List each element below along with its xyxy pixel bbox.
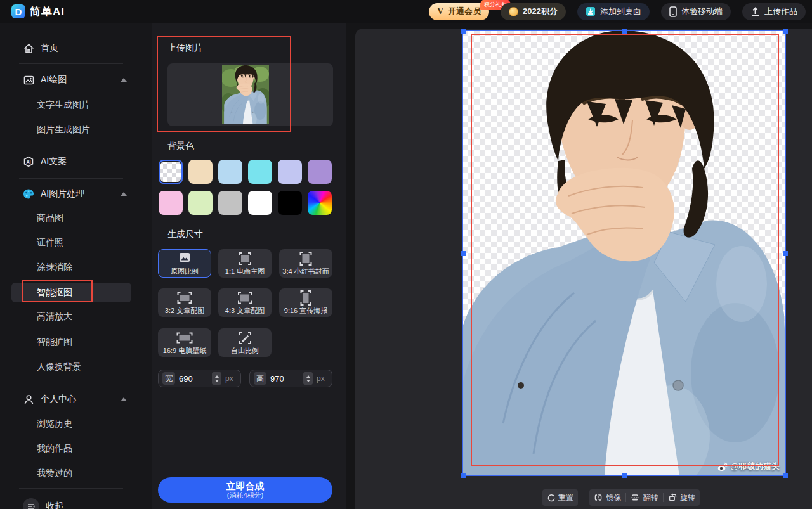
reset-icon — [547, 494, 555, 502]
mirror-button[interactable]: 镜像 — [589, 489, 625, 506]
swatch-gray[interactable] — [218, 191, 242, 215]
swatch-white[interactable] — [248, 191, 272, 215]
sidebar-item-text2img[interactable]: 文字生成图片 — [0, 93, 152, 117]
stepper-down-icon[interactable] — [215, 380, 219, 382]
caret-up-icon[interactable] — [121, 192, 127, 196]
reset-label: 重置 — [558, 493, 573, 503]
width-stepper[interactable] — [212, 372, 221, 385]
sidebar-item-label: 涂抹消除 — [37, 262, 72, 273]
divider — [19, 145, 123, 145]
points-button[interactable]: 2022积分 — [501, 3, 566, 20]
generate-cost-label: (消耗4积分) — [227, 491, 263, 499]
sidebar-item-label: 高清放大 — [37, 311, 72, 323]
sidebar-collapse-button[interactable]: 收起 — [0, 494, 152, 509]
handle-bottom-left[interactable] — [461, 473, 466, 478]
rotate-icon — [668, 493, 677, 502]
handle-bottom-mid[interactable] — [622, 473, 627, 478]
handle-top-right[interactable] — [783, 29, 788, 34]
stepper-up-icon[interactable] — [306, 375, 310, 378]
swatch-peach[interactable] — [188, 160, 213, 184]
sidebar-item-label: 文字生成图片 — [37, 100, 90, 111]
flip-button[interactable]: 翻转 — [626, 489, 662, 506]
sidebar-item-smart-cutout[interactable]: 智能抠图 — [11, 283, 131, 302]
width-field: 宽 px — [158, 370, 241, 387]
mobile-app-button[interactable]: 体验移动端 — [661, 3, 731, 20]
sidebar-item-product-image[interactable]: 商品图 — [0, 206, 152, 230]
handle-mid-left[interactable] — [461, 251, 466, 256]
sidebar-item-label: 我赞过的 — [37, 468, 72, 479]
sidebar: 首页 AI绘图 文字生成图片 图片生成图片 AI AI文案 AI图片处理 商品图… — [0, 23, 152, 509]
sidebar-group-ai-image[interactable]: AI图片处理 — [0, 182, 152, 206]
sidebar-item-label: 我的作品 — [37, 443, 72, 454]
crop-3-4-icon — [296, 251, 315, 266]
divider — [19, 178, 123, 179]
stepper-down-icon[interactable] — [306, 380, 310, 382]
height-field: 高 px — [249, 370, 332, 387]
sidebar-item-smart-expand[interactable]: 智能扩图 — [0, 330, 152, 354]
preview-panel: @耶啵的猫头 重置 镜像 翻转 — [355, 29, 812, 509]
height-input[interactable] — [270, 374, 299, 383]
add-to-desktop-label: 添加到桌面 — [600, 6, 641, 17]
stepper-up-icon[interactable] — [215, 375, 219, 378]
size-3-4[interactable]: 3:4 小红书封面 — [279, 249, 332, 278]
open-vip-button[interactable]: V 开通会员 积分礼包 — [429, 3, 489, 20]
swatch-pink[interactable] — [159, 191, 183, 215]
sidebar-group-personal[interactable]: 个人中心 — [0, 387, 152, 411]
size-4-3[interactable]: 4:3 文章配图 — [218, 288, 272, 317]
sidebar-item-liked[interactable]: 我赞过的 — [0, 461, 152, 486]
add-to-desktop-button[interactable]: 添加到桌面 — [577, 3, 650, 20]
coin-icon — [509, 7, 518, 16]
sidebar-group-ai-copy[interactable]: AI AI文案 — [0, 150, 152, 174]
sidebar-item-erase[interactable]: 涂抹消除 — [0, 255, 152, 280]
upload-work-button[interactable]: 上传作品 — [742, 3, 806, 20]
rotate-label: 旋转 — [680, 493, 695, 503]
caret-up-icon[interactable] — [121, 78, 127, 82]
sidebar-item-home[interactable]: 首页 — [0, 36, 152, 60]
swatch-transparent[interactable] — [159, 160, 183, 184]
sidebar-group-ai-draw[interactable]: AI绘图 — [0, 68, 152, 92]
size-1-1[interactable]: 1:1 电商主图 — [218, 249, 272, 278]
handle-mid-right[interactable] — [783, 251, 788, 256]
size-original-ratio[interactable]: 原图比例 — [158, 249, 211, 278]
selection-frame — [462, 30, 786, 476]
handle-top-mid[interactable] — [622, 29, 627, 34]
crop-4-3-icon — [235, 290, 254, 306]
sidebar-item-hd-upscale[interactable]: 高清放大 — [0, 305, 152, 329]
ai-copy-icon: AI — [23, 156, 34, 167]
sidebar-item-id-photo[interactable]: 证件照 — [0, 231, 152, 255]
size-free-ratio[interactable]: 自由比例 — [218, 328, 272, 357]
transparent-canvas[interactable]: @耶啵的猫头 — [462, 30, 786, 476]
size-16-9[interactable]: 16:9 电脑壁纸 — [158, 328, 211, 357]
upload-icon — [750, 6, 760, 16]
crop-1-1-icon — [235, 251, 254, 266]
rotate-button[interactable]: 旋转 — [664, 489, 700, 506]
swatch-lavender[interactable] — [278, 160, 302, 184]
sidebar-item-my-works[interactable]: 我的作品 — [0, 437, 152, 461]
size-3-2[interactable]: 3:2 文章配图 — [158, 288, 211, 317]
height-stepper[interactable] — [303, 372, 313, 385]
sidebar-item-label: 证件照 — [37, 237, 63, 248]
sidebar-item-img2img[interactable]: 图片生成图片 — [0, 118, 152, 142]
sidebar-item-history[interactable]: 浏览历史 — [0, 412, 152, 436]
size-section-title: 生成尺寸 — [167, 229, 203, 240]
width-input[interactable] — [179, 374, 208, 383]
handle-top-left[interactable] — [461, 29, 466, 34]
caret-up-icon[interactable] — [121, 397, 127, 401]
sidebar-item-portrait-bg[interactable]: 人像换背景 — [0, 355, 152, 379]
size-9-16[interactable]: 9:16 宣传海报 — [279, 288, 332, 317]
swatch-rainbow[interactable] — [308, 191, 332, 215]
sidebar-item-label: 浏览历史 — [37, 418, 72, 430]
generate-button[interactable]: 立即合成 (消耗4积分) — [158, 477, 332, 503]
reset-button[interactable]: 重置 — [542, 489, 578, 506]
app-logo[interactable]: D 简单AI — [0, 4, 65, 19]
sidebar-item-label: 智能扩图 — [37, 337, 72, 348]
swatch-cyan[interactable] — [248, 160, 272, 184]
swatch-purple[interactable] — [308, 160, 332, 184]
flip-icon — [631, 493, 639, 502]
uploaded-image-thumbnail[interactable] — [222, 65, 269, 124]
swatch-black[interactable] — [278, 191, 302, 215]
upload-image-dropzone[interactable] — [167, 63, 333, 126]
swatch-light-blue[interactable] — [218, 160, 242, 184]
swatch-light-green[interactable] — [188, 191, 213, 215]
handle-bottom-right[interactable] — [783, 473, 788, 478]
